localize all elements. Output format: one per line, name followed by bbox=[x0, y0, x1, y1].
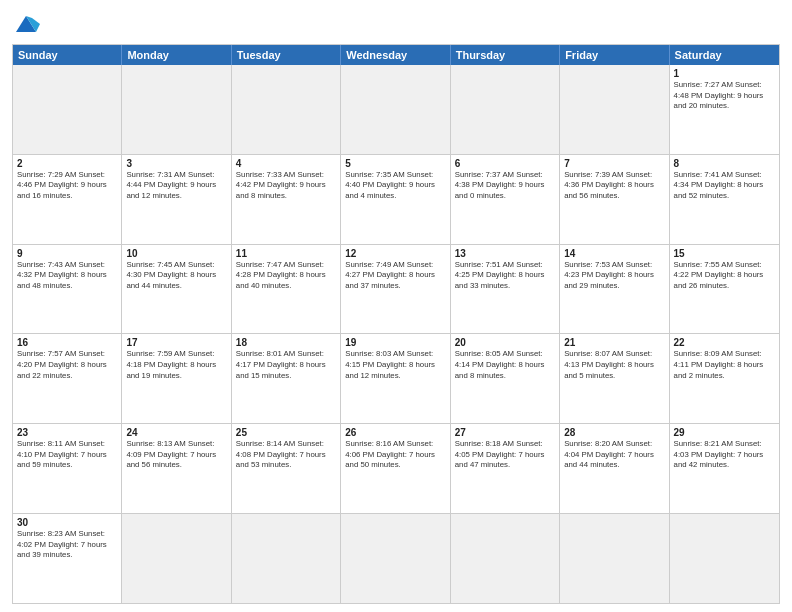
calendar-cell bbox=[122, 65, 231, 154]
calendar-cell: 23Sunrise: 8:11 AM Sunset: 4:10 PM Dayli… bbox=[13, 424, 122, 513]
cell-number: 28 bbox=[564, 427, 664, 438]
calendar-cell: 28Sunrise: 8:20 AM Sunset: 4:04 PM Dayli… bbox=[560, 424, 669, 513]
cell-info: Sunrise: 7:39 AM Sunset: 4:36 PM Dayligh… bbox=[564, 170, 664, 202]
cell-info: Sunrise: 7:35 AM Sunset: 4:40 PM Dayligh… bbox=[345, 170, 445, 202]
calendar-cell bbox=[341, 65, 450, 154]
calendar: SundayMondayTuesdayWednesdayThursdayFrid… bbox=[12, 44, 780, 604]
cell-info: Sunrise: 8:03 AM Sunset: 4:15 PM Dayligh… bbox=[345, 349, 445, 381]
calendar-cell: 29Sunrise: 8:21 AM Sunset: 4:03 PM Dayli… bbox=[670, 424, 779, 513]
calendar-cell bbox=[232, 65, 341, 154]
cell-number: 6 bbox=[455, 158, 555, 169]
cell-number: 18 bbox=[236, 337, 336, 348]
cell-info: Sunrise: 8:05 AM Sunset: 4:14 PM Dayligh… bbox=[455, 349, 555, 381]
cell-info: Sunrise: 7:29 AM Sunset: 4:46 PM Dayligh… bbox=[17, 170, 117, 202]
cell-number: 19 bbox=[345, 337, 445, 348]
calendar-cell bbox=[451, 65, 560, 154]
week-row-2: 9Sunrise: 7:43 AM Sunset: 4:32 PM Daylig… bbox=[13, 245, 779, 335]
weeks: 1Sunrise: 7:27 AM Sunset: 4:48 PM Daylig… bbox=[13, 65, 779, 603]
cell-info: Sunrise: 7:31 AM Sunset: 4:44 PM Dayligh… bbox=[126, 170, 226, 202]
cell-number: 25 bbox=[236, 427, 336, 438]
cell-number: 22 bbox=[674, 337, 775, 348]
calendar-cell: 1Sunrise: 7:27 AM Sunset: 4:48 PM Daylig… bbox=[670, 65, 779, 154]
day-header-friday: Friday bbox=[560, 45, 669, 65]
calendar-cell: 13Sunrise: 7:51 AM Sunset: 4:25 PM Dayli… bbox=[451, 245, 560, 334]
cell-number: 11 bbox=[236, 248, 336, 259]
calendar-cell: 15Sunrise: 7:55 AM Sunset: 4:22 PM Dayli… bbox=[670, 245, 779, 334]
logo-icon bbox=[12, 10, 40, 38]
calendar-cell: 7Sunrise: 7:39 AM Sunset: 4:36 PM Daylig… bbox=[560, 155, 669, 244]
cell-info: Sunrise: 7:27 AM Sunset: 4:48 PM Dayligh… bbox=[674, 80, 775, 112]
calendar-cell: 11Sunrise: 7:47 AM Sunset: 4:28 PM Dayli… bbox=[232, 245, 341, 334]
cell-info: Sunrise: 8:16 AM Sunset: 4:06 PM Dayligh… bbox=[345, 439, 445, 471]
calendar-cell: 30Sunrise: 8:23 AM Sunset: 4:02 PM Dayli… bbox=[13, 514, 122, 603]
day-headers: SundayMondayTuesdayWednesdayThursdayFrid… bbox=[13, 45, 779, 65]
cell-number: 24 bbox=[126, 427, 226, 438]
calendar-cell bbox=[670, 514, 779, 603]
cell-number: 5 bbox=[345, 158, 445, 169]
calendar-cell: 16Sunrise: 7:57 AM Sunset: 4:20 PM Dayli… bbox=[13, 334, 122, 423]
cell-number: 2 bbox=[17, 158, 117, 169]
cell-number: 29 bbox=[674, 427, 775, 438]
calendar-cell: 24Sunrise: 8:13 AM Sunset: 4:09 PM Dayli… bbox=[122, 424, 231, 513]
cell-info: Sunrise: 7:53 AM Sunset: 4:23 PM Dayligh… bbox=[564, 260, 664, 292]
cell-info: Sunrise: 7:45 AM Sunset: 4:30 PM Dayligh… bbox=[126, 260, 226, 292]
cell-info: Sunrise: 8:13 AM Sunset: 4:09 PM Dayligh… bbox=[126, 439, 226, 471]
week-row-5: 30Sunrise: 8:23 AM Sunset: 4:02 PM Dayli… bbox=[13, 514, 779, 603]
cell-number: 1 bbox=[674, 68, 775, 79]
cell-info: Sunrise: 8:21 AM Sunset: 4:03 PM Dayligh… bbox=[674, 439, 775, 471]
calendar-cell: 25Sunrise: 8:14 AM Sunset: 4:08 PM Dayli… bbox=[232, 424, 341, 513]
cell-info: Sunrise: 8:07 AM Sunset: 4:13 PM Dayligh… bbox=[564, 349, 664, 381]
cell-info: Sunrise: 7:43 AM Sunset: 4:32 PM Dayligh… bbox=[17, 260, 117, 292]
cell-info: Sunrise: 7:57 AM Sunset: 4:20 PM Dayligh… bbox=[17, 349, 117, 381]
cell-number: 3 bbox=[126, 158, 226, 169]
calendar-cell: 27Sunrise: 8:18 AM Sunset: 4:05 PM Dayli… bbox=[451, 424, 560, 513]
cell-number: 4 bbox=[236, 158, 336, 169]
calendar-cell: 8Sunrise: 7:41 AM Sunset: 4:34 PM Daylig… bbox=[670, 155, 779, 244]
cell-number: 10 bbox=[126, 248, 226, 259]
cell-info: Sunrise: 7:59 AM Sunset: 4:18 PM Dayligh… bbox=[126, 349, 226, 381]
calendar-cell: 22Sunrise: 8:09 AM Sunset: 4:11 PM Dayli… bbox=[670, 334, 779, 423]
calendar-cell: 20Sunrise: 8:05 AM Sunset: 4:14 PM Dayli… bbox=[451, 334, 560, 423]
cell-number: 30 bbox=[17, 517, 117, 528]
calendar-cell: 3Sunrise: 7:31 AM Sunset: 4:44 PM Daylig… bbox=[122, 155, 231, 244]
day-header-saturday: Saturday bbox=[670, 45, 779, 65]
cell-info: Sunrise: 8:23 AM Sunset: 4:02 PM Dayligh… bbox=[17, 529, 117, 561]
calendar-cell bbox=[560, 514, 669, 603]
cell-info: Sunrise: 8:09 AM Sunset: 4:11 PM Dayligh… bbox=[674, 349, 775, 381]
calendar-cell bbox=[122, 514, 231, 603]
cell-info: Sunrise: 7:55 AM Sunset: 4:22 PM Dayligh… bbox=[674, 260, 775, 292]
calendar-cell: 5Sunrise: 7:35 AM Sunset: 4:40 PM Daylig… bbox=[341, 155, 450, 244]
calendar-cell: 19Sunrise: 8:03 AM Sunset: 4:15 PM Dayli… bbox=[341, 334, 450, 423]
cell-number: 7 bbox=[564, 158, 664, 169]
cell-number: 8 bbox=[674, 158, 775, 169]
week-row-3: 16Sunrise: 7:57 AM Sunset: 4:20 PM Dayli… bbox=[13, 334, 779, 424]
day-header-tuesday: Tuesday bbox=[232, 45, 341, 65]
cell-number: 20 bbox=[455, 337, 555, 348]
calendar-cell: 4Sunrise: 7:33 AM Sunset: 4:42 PM Daylig… bbox=[232, 155, 341, 244]
day-header-monday: Monday bbox=[122, 45, 231, 65]
cell-info: Sunrise: 8:01 AM Sunset: 4:17 PM Dayligh… bbox=[236, 349, 336, 381]
week-row-4: 23Sunrise: 8:11 AM Sunset: 4:10 PM Dayli… bbox=[13, 424, 779, 514]
cell-number: 15 bbox=[674, 248, 775, 259]
calendar-cell: 6Sunrise: 7:37 AM Sunset: 4:38 PM Daylig… bbox=[451, 155, 560, 244]
cell-info: Sunrise: 8:20 AM Sunset: 4:04 PM Dayligh… bbox=[564, 439, 664, 471]
cell-number: 17 bbox=[126, 337, 226, 348]
cell-number: 13 bbox=[455, 248, 555, 259]
cell-info: Sunrise: 7:41 AM Sunset: 4:34 PM Dayligh… bbox=[674, 170, 775, 202]
calendar-cell bbox=[451, 514, 560, 603]
calendar-cell: 9Sunrise: 7:43 AM Sunset: 4:32 PM Daylig… bbox=[13, 245, 122, 334]
cell-number: 9 bbox=[17, 248, 117, 259]
cell-number: 21 bbox=[564, 337, 664, 348]
cell-number: 14 bbox=[564, 248, 664, 259]
cell-info: Sunrise: 8:14 AM Sunset: 4:08 PM Dayligh… bbox=[236, 439, 336, 471]
week-row-1: 2Sunrise: 7:29 AM Sunset: 4:46 PM Daylig… bbox=[13, 155, 779, 245]
cell-info: Sunrise: 7:33 AM Sunset: 4:42 PM Dayligh… bbox=[236, 170, 336, 202]
calendar-cell bbox=[341, 514, 450, 603]
cell-info: Sunrise: 7:47 AM Sunset: 4:28 PM Dayligh… bbox=[236, 260, 336, 292]
calendar-cell: 26Sunrise: 8:16 AM Sunset: 4:06 PM Dayli… bbox=[341, 424, 450, 513]
calendar-cell bbox=[13, 65, 122, 154]
day-header-wednesday: Wednesday bbox=[341, 45, 450, 65]
calendar-cell: 18Sunrise: 8:01 AM Sunset: 4:17 PM Dayli… bbox=[232, 334, 341, 423]
page-header bbox=[12, 10, 780, 38]
calendar-cell: 14Sunrise: 7:53 AM Sunset: 4:23 PM Dayli… bbox=[560, 245, 669, 334]
